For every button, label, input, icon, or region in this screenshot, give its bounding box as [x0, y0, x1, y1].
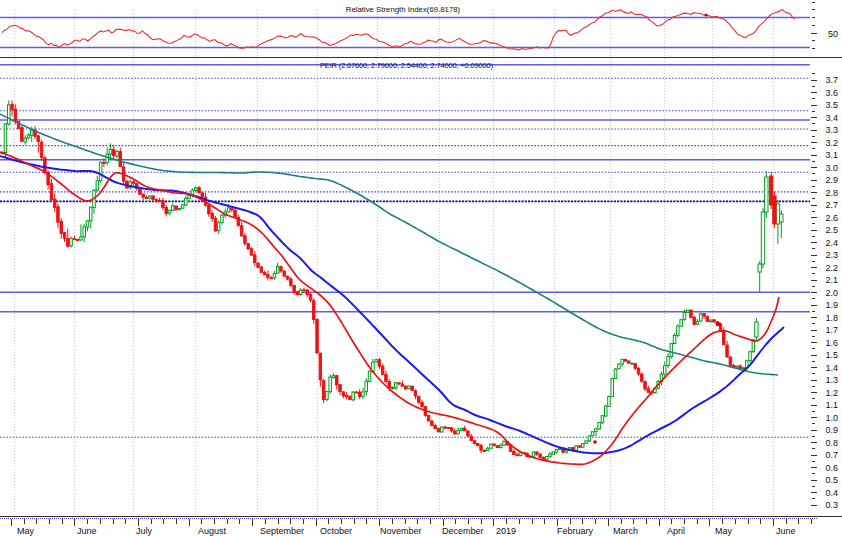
svg-text:3.4: 3.4 — [825, 113, 838, 123]
svg-text:February: February — [557, 526, 594, 536]
svg-text:0.4: 0.4 — [825, 488, 838, 498]
svg-text:1.2: 1.2 — [825, 388, 838, 398]
svg-text:2.2: 2.2 — [825, 263, 838, 273]
svg-text:3.1: 3.1 — [825, 150, 838, 160]
svg-text:Relative Strength Index(69.817: Relative Strength Index(69.8178) — [346, 5, 461, 14]
svg-text:1.1: 1.1 — [825, 400, 838, 410]
svg-text:May: May — [17, 526, 35, 536]
svg-text:1.0: 1.0 — [825, 413, 838, 423]
svg-text:2.1: 2.1 — [825, 275, 838, 285]
svg-text:3.5: 3.5 — [825, 100, 838, 110]
svg-text:3.2: 3.2 — [825, 138, 838, 148]
svg-text:0.8: 0.8 — [825, 438, 838, 448]
svg-text:June: June — [776, 526, 796, 536]
svg-text:1.7: 1.7 — [825, 325, 838, 335]
svg-text:3.6: 3.6 — [825, 88, 838, 98]
svg-text:1.8: 1.8 — [825, 313, 838, 323]
svg-text:0.6: 0.6 — [825, 463, 838, 473]
svg-text:2.5: 2.5 — [825, 225, 838, 235]
svg-text:0.5: 0.5 — [825, 475, 838, 485]
svg-text:0.9: 0.9 — [825, 425, 838, 435]
svg-text:April: April — [667, 526, 685, 536]
svg-text:0.3: 0.3 — [825, 500, 838, 510]
svg-text:3.7: 3.7 — [825, 75, 838, 85]
svg-text:2.4: 2.4 — [825, 238, 838, 248]
svg-text:2.7: 2.7 — [825, 200, 838, 210]
svg-text:May: May — [715, 526, 733, 536]
svg-text:2.0: 2.0 — [825, 288, 838, 298]
svg-text:September: September — [260, 526, 304, 536]
svg-text:2.9: 2.9 — [825, 175, 838, 185]
svg-text:June: June — [77, 526, 97, 536]
svg-text:2.3: 2.3 — [825, 250, 838, 260]
svg-text:3.0: 3.0 — [825, 163, 838, 173]
svg-text:PEIR (2.67600, 2.79000, 2.5440: PEIR (2.67600, 2.79000, 2.54400, 2.74000… — [320, 61, 494, 70]
svg-text:November: November — [380, 526, 422, 536]
svg-text:March: March — [613, 526, 638, 536]
svg-text:1.9: 1.9 — [825, 300, 838, 310]
svg-text:1.4: 1.4 — [825, 363, 838, 373]
svg-text:August: August — [198, 526, 227, 536]
svg-text:1.5: 1.5 — [825, 350, 838, 360]
svg-text:December: December — [442, 526, 484, 536]
svg-text:July: July — [136, 526, 153, 536]
svg-text:2.6: 2.6 — [825, 213, 838, 223]
svg-text:1.3: 1.3 — [825, 375, 838, 385]
svg-text:2.8: 2.8 — [825, 188, 838, 198]
svg-text:50: 50 — [828, 29, 838, 39]
svg-text:1.6: 1.6 — [825, 338, 838, 348]
svg-text:0.7: 0.7 — [825, 450, 838, 460]
svg-text:2019: 2019 — [496, 526, 516, 536]
svg-text:3.3: 3.3 — [825, 125, 838, 135]
svg-text:October: October — [320, 526, 352, 536]
